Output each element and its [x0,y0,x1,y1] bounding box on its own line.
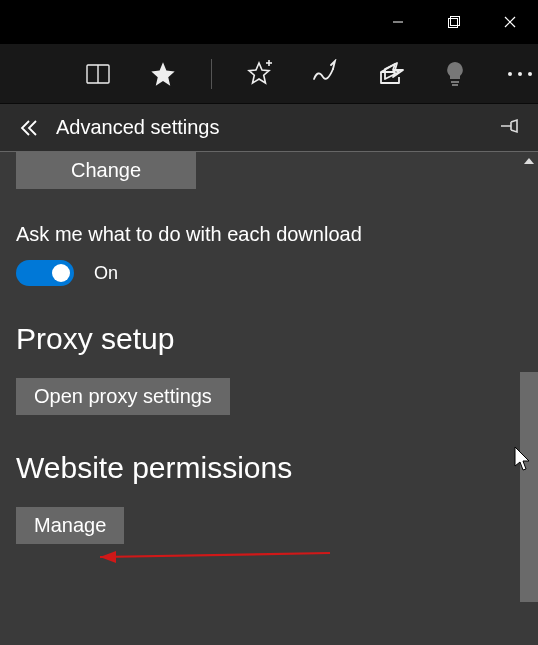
scrollbar-thumb[interactable] [520,372,538,602]
toolbar-separator [211,59,212,89]
tip-icon[interactable] [437,56,472,92]
svg-rect-2 [451,17,460,26]
maximize-button[interactable] [426,0,482,44]
mouse-cursor-icon [514,446,532,476]
ask-download-toggle[interactable] [16,260,74,286]
pin-icon[interactable] [498,115,520,141]
permissions-section-heading: Website permissions [16,451,504,485]
reading-list-icon[interactable] [80,56,115,92]
settings-title: Advanced settings [56,116,219,139]
open-proxy-button[interactable]: Open proxy settings [16,378,230,415]
svg-marker-14 [524,158,534,164]
scroll-up-icon[interactable] [520,152,538,170]
settings-content: Change Ask me what to do with each downl… [0,152,520,645]
share-icon[interactable] [372,56,407,92]
more-icon[interactable] [503,56,538,92]
minimize-button[interactable] [370,0,426,44]
svg-point-11 [508,72,512,76]
manage-permissions-button[interactable]: Manage [16,507,124,544]
app-toolbar [0,44,538,104]
ask-download-state: On [94,263,118,284]
svg-rect-1 [449,19,458,28]
ask-download-label: Ask me what to do with each download [16,223,504,246]
favorite-star-icon[interactable] [145,56,180,92]
change-button[interactable]: Change [16,152,196,189]
settings-header: Advanced settings [0,104,538,152]
svg-rect-10 [452,84,458,86]
svg-point-12 [518,72,522,76]
svg-point-13 [528,72,532,76]
scrollbar[interactable] [520,152,538,645]
notes-icon[interactable] [307,56,342,92]
add-favorite-icon[interactable] [242,56,277,92]
proxy-section-heading: Proxy setup [16,322,504,356]
back-icon[interactable] [18,117,40,139]
close-button[interactable] [482,0,538,44]
toggle-thumb [52,264,70,282]
svg-rect-9 [451,81,459,83]
window-titlebar [0,0,538,44]
